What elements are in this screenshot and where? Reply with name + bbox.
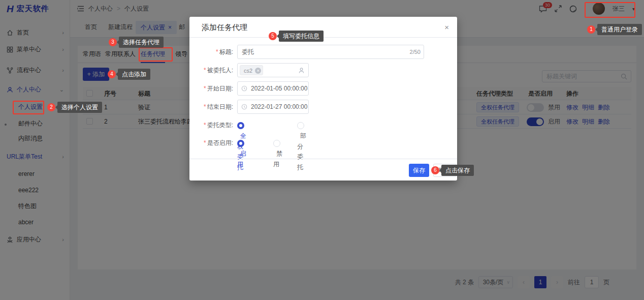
radio-partial-delegate[interactable]: 部分委托 <box>297 120 306 172</box>
step-badge-2: 2 <box>47 103 55 111</box>
step-badge-6: 6 <box>431 166 439 174</box>
highlight-box-task-delegate <box>139 47 173 62</box>
title-input-box: 2/50 <box>237 45 424 59</box>
radio-selected-icon[interactable] <box>237 122 244 129</box>
radio-icon[interactable] <box>273 140 280 147</box>
app-screen: H 宏天软件 个人中心 > 个人设置 30 张三 ▾ <box>0 0 644 300</box>
title-input[interactable] <box>242 45 394 58</box>
field-label: *被委托人: <box>189 63 233 77</box>
step-badge-3: 3 <box>109 38 117 46</box>
step-tip-4: 点击添加 <box>118 69 150 80</box>
field-label: *开始日期: <box>189 81 233 96</box>
clock-icon <box>241 85 247 92</box>
radio-disable[interactable]: 禁用 <box>273 138 282 169</box>
field-label: *是否启用: <box>189 138 233 148</box>
field-label: *委托类型: <box>189 120 233 130</box>
radio-icon[interactable] <box>297 122 304 129</box>
required-mark: * <box>204 122 206 129</box>
field-label: *标题: <box>189 45 233 59</box>
highlight-box-personal-settings <box>13 101 44 114</box>
step-tip-3: 选择任务代理 <box>119 37 164 48</box>
required-mark: * <box>204 103 206 110</box>
dialog-footer-divider <box>189 159 457 159</box>
start-date-input[interactable]: 2022-01-05 00:00:00 <box>237 81 309 96</box>
required-mark: * <box>204 67 206 74</box>
step-badge-1: 1 <box>587 25 595 34</box>
step-badge-4: 4 <box>108 70 116 78</box>
char-counter: 2/50 <box>410 45 421 58</box>
highlight-box-user <box>585 2 635 18</box>
user-picker-icon[interactable] <box>298 67 305 74</box>
required-mark: * <box>216 48 218 55</box>
required-mark: * <box>204 85 206 92</box>
required-mark: * <box>204 139 206 146</box>
assignee-tag: cs2 × <box>240 65 263 75</box>
field-label: *结束日期: <box>189 100 233 114</box>
dialog-close-icon[interactable]: × <box>444 23 449 32</box>
end-date-value: 2022-01-27 00:00:00 <box>251 100 307 113</box>
radio-enable[interactable]: 启用 <box>237 138 246 169</box>
dialog-title: 添加任务代理 <box>202 23 247 33</box>
start-date-value: 2022-01-05 00:00:00 <box>251 82 307 95</box>
step-badge-5: 5 <box>269 32 277 40</box>
step-tip-1: 普通用户登录 <box>597 24 642 35</box>
assignee-tag-label: cs2 <box>244 68 252 74</box>
save-button[interactable]: 保存 <box>409 164 429 177</box>
end-date-input[interactable]: 2022-01-27 00:00:00 <box>237 100 309 114</box>
radio-selected-icon[interactable] <box>237 140 244 147</box>
tag-close-icon[interactable]: × <box>255 68 261 74</box>
step-tip-5: 填写委托信息 <box>279 31 324 42</box>
step-tip-2: 选择个人设置 <box>57 102 102 113</box>
assignee-input-box[interactable]: cs2 × <box>237 63 309 77</box>
step-tip-6: 点击保存 <box>441 165 474 176</box>
clock-icon <box>241 104 247 110</box>
